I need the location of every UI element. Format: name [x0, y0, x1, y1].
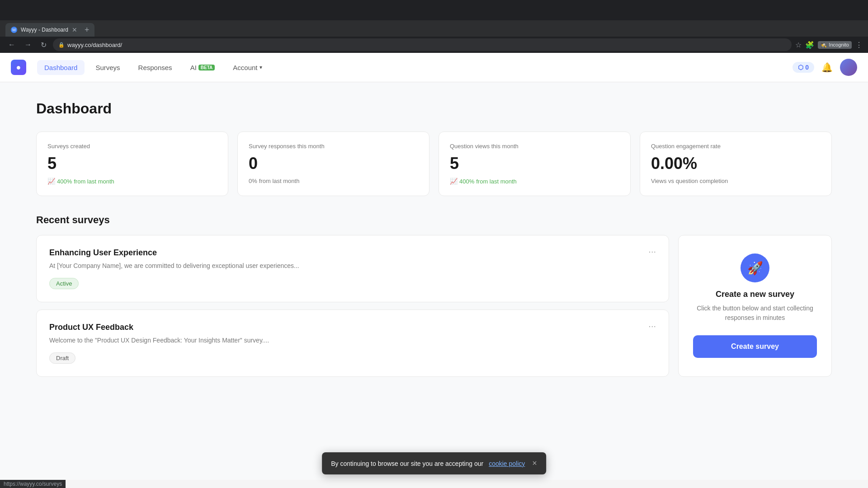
rocket-icon: 🚀	[747, 261, 763, 276]
stat-change-question-views: 📈 400% from last month	[450, 178, 619, 185]
survey-menu-button-2[interactable]: ···	[645, 319, 660, 333]
stats-grid: Surveys created 5 📈 400% from last month…	[36, 131, 832, 196]
stat-value-question-views: 5	[450, 154, 619, 173]
trend-up-icon: 📈	[47, 178, 55, 185]
tab-favicon: W	[11, 27, 17, 33]
stat-value-responses: 0	[249, 154, 418, 173]
survey-card-1: ··· Enhancing User Experience At [Your C…	[36, 235, 669, 302]
recent-surveys-title: Recent surveys	[36, 214, 832, 226]
nav-links: Dashboard Surveys Responses AI BETA Acco…	[37, 60, 269, 75]
cookie-banner: By continuing to browse our site you are…	[322, 452, 546, 474]
create-survey-button[interactable]: Create survey	[693, 335, 817, 358]
incognito-badge: 🕵 Incognito	[818, 41, 852, 49]
tab-bar: W Wayyy - Dashboard ✕ +	[0, 20, 868, 37]
stat-card-engagement-rate: Question engagement rate 0.00% Views vs …	[640, 131, 832, 196]
cookie-close-button[interactable]: ×	[532, 459, 537, 468]
logo-text: ●	[16, 63, 21, 72]
survey-status-2: Draft	[49, 352, 75, 364]
stat-card-surveys-created: Surveys created 5 📈 400% from last month	[36, 131, 228, 196]
back-button[interactable]: ←	[5, 39, 18, 51]
credits-icon: ⬡	[798, 64, 803, 71]
stat-label-surveys-created: Surveys created	[47, 143, 217, 150]
survey-title-2: Product UX Feedback	[49, 323, 656, 332]
app-navbar: ● Dashboard Surveys Responses AI BETA Ac…	[0, 53, 868, 82]
stat-label-engagement-rate: Question engagement rate	[651, 143, 821, 150]
extension-icon[interactable]: 🧩	[805, 41, 814, 49]
survey-status-1: Active	[49, 278, 79, 289]
url-text: wayyy.co/dashboard/	[67, 42, 122, 48]
browser-chrome	[0, 0, 868, 20]
surveys-layout: ··· Enhancing User Experience At [Your C…	[36, 235, 832, 377]
survey-desc-2: Welcome to the "Product UX Design Feedba…	[49, 336, 656, 345]
tab-close-button[interactable]: ✕	[72, 26, 77, 33]
address-bar[interactable]: 🔒 wayyy.co/dashboard/	[53, 38, 792, 51]
stat-value-surveys-created: 5	[47, 154, 217, 173]
forward-button[interactable]: →	[22, 39, 34, 51]
cookie-text: By continuing to browse our site you are…	[331, 460, 483, 467]
incognito-label: Incognito	[829, 42, 849, 47]
nav-account[interactable]: Account ▾	[226, 60, 269, 75]
stat-sub-engagement-rate: Views vs question completion	[651, 178, 821, 184]
beta-badge: BETA	[198, 65, 215, 70]
main-content: Dashboard Surveys created 5 📈 400% from …	[0, 82, 868, 480]
user-avatar[interactable]	[840, 59, 857, 76]
nav-surveys[interactable]: Surveys	[88, 60, 127, 75]
incognito-icon: 🕵	[821, 42, 827, 48]
create-survey-card: 🚀 Create a new survey Click the button b…	[678, 235, 832, 377]
surveys-list: ··· Enhancing User Experience At [Your C…	[36, 235, 669, 377]
stat-change-surveys-created: 📈 400% from last month	[47, 178, 217, 185]
trend-up-icon-2: 📈	[450, 178, 458, 185]
nav-responses[interactable]: Responses	[131, 60, 179, 75]
survey-desc-1: At [Your Company Name], we are committed…	[49, 261, 656, 271]
credits-count: 0	[805, 64, 809, 71]
survey-title-1: Enhancing User Experience	[49, 248, 656, 258]
nav-right: ⬡ 0 🔔	[793, 59, 857, 76]
lock-icon: 🔒	[58, 42, 65, 48]
survey-card-2: ··· Product UX Feedback Welcome to the "…	[36, 310, 669, 377]
new-tab-button[interactable]: +	[85, 25, 90, 35]
menu-icon[interactable]: ⋮	[855, 41, 863, 49]
credits-badge[interactable]: ⬡ 0	[793, 62, 814, 73]
stat-card-question-views: Question views this month 5 📈 400% from …	[439, 131, 631, 196]
page-title: Dashboard	[36, 100, 832, 117]
app-logo[interactable]: ●	[11, 60, 26, 75]
nav-dashboard[interactable]: Dashboard	[37, 60, 85, 75]
tab-title: Wayyy - Dashboard	[21, 27, 68, 33]
create-survey-title: Create a new survey	[716, 290, 794, 299]
refresh-button[interactable]: ↻	[38, 39, 49, 51]
stat-label-question-views: Question views this month	[450, 143, 619, 150]
bookmark-star-icon[interactable]: ☆	[795, 41, 802, 49]
browser-tab[interactable]: W Wayyy - Dashboard ✕ +	[5, 23, 94, 37]
cookie-policy-link[interactable]: cookie policy	[489, 460, 525, 467]
survey-menu-button-1[interactable]: ···	[645, 244, 660, 258]
stat-value-engagement-rate: 0.00%	[651, 154, 821, 173]
notifications-bell-icon[interactable]: 🔔	[821, 62, 833, 73]
stat-card-responses: Survey responses this month 0 0% from la…	[237, 131, 429, 196]
create-survey-icon: 🚀	[741, 253, 769, 282]
create-survey-desc: Click the button below and start collect…	[693, 304, 817, 323]
nav-ai[interactable]: AI BETA	[183, 60, 222, 75]
address-bar-row: ← → ↻ 🔒 wayyy.co/dashboard/ ☆ 🧩 🕵 Incogn…	[0, 37, 868, 53]
stat-label-responses: Survey responses this month	[249, 143, 418, 150]
account-chevron-icon: ▾	[259, 64, 262, 70]
stat-change-responses: 0% from last month	[249, 178, 418, 184]
browser-toolbar: ☆ 🧩 🕵 Incognito ⋮	[795, 41, 863, 49]
